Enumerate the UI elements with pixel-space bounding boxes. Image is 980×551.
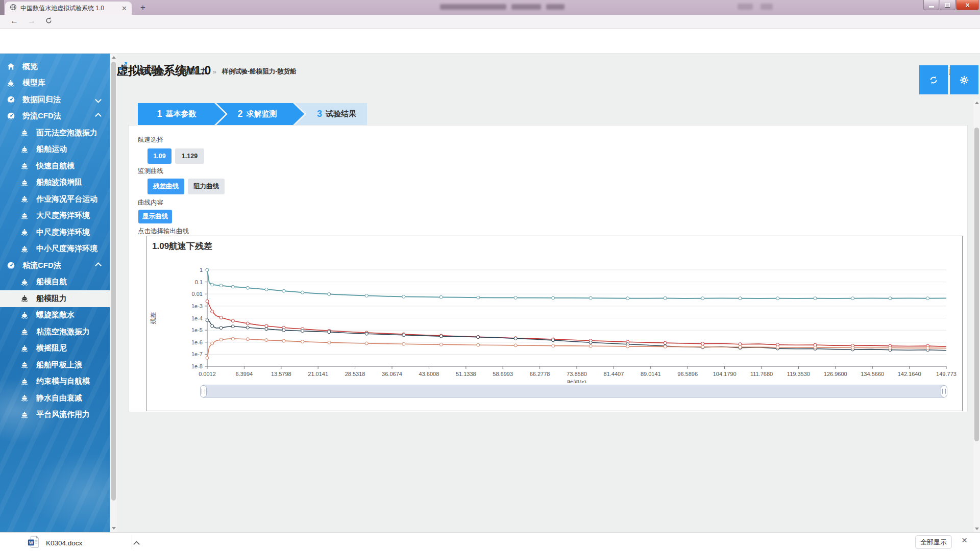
background-window-title <box>546 4 565 10</box>
scroll-up-icon[interactable] <box>112 56 116 59</box>
y-tick-label: 0.1 <box>195 279 203 285</box>
sidebar-item-operating-seastate-platform-motion[interactable]: 作业海况平台运动 <box>0 191 110 208</box>
reload-icon[interactable] <box>45 17 53 27</box>
sidebar-item-label: 势流CFD法 <box>22 111 61 121</box>
sidebar-item-panel-method-cavitation-force[interactable]: 面元法空泡激振力 <box>0 124 110 141</box>
chevron-up-icon[interactable] <box>133 541 140 547</box>
sidebar-item-overview[interactable]: 概览 <box>0 58 110 75</box>
download-bar-close-icon[interactable]: × <box>962 535 967 546</box>
marker-residual-teal <box>514 296 517 299</box>
step-test-results[interactable]: 3 试验结果 <box>295 103 367 125</box>
y-tick-label: 0.01 <box>192 291 203 297</box>
marker-residual-navy <box>514 337 517 340</box>
home-icon <box>7 62 16 71</box>
show-all-downloads-button[interactable]: 全部显示 <box>915 535 952 549</box>
x-tick-label: 36.0674 <box>382 371 402 377</box>
sidebar-item-platform-wind-current-force[interactable]: 平台风流作用力 <box>0 407 110 423</box>
back-icon[interactable]: ← <box>10 16 18 26</box>
marker-residual-orange <box>246 338 249 341</box>
datazoom-right-handle[interactable] <box>941 385 947 397</box>
y-tick-label: 1e-5 <box>191 327 203 333</box>
sidebar-item-propeller-open-water[interactable]: 螺旋桨敞水 <box>0 307 110 324</box>
sidebar-item-potential-cfd[interactable]: 势流CFD法 <box>0 108 110 125</box>
x-tick-label: 126.9600 <box>824 371 847 377</box>
sidebar-item-roll-damping[interactable]: 横摇阻尼 <box>0 340 110 357</box>
sidebar-scrollbar-thumb[interactable] <box>111 62 116 500</box>
sidebar-item-model-self-propulsion[interactable]: 船模自航 <box>0 274 110 291</box>
marker-residual-red <box>219 316 223 319</box>
residual-curve-button[interactable]: 残差曲线 <box>148 179 184 194</box>
marker-residual-orange <box>365 342 368 345</box>
show-curve-button[interactable]: 显示曲线 <box>138 210 172 223</box>
new-tab-button[interactable]: + <box>137 3 149 13</box>
minimize-button[interactable] <box>923 0 939 10</box>
marker-residual-teal <box>211 283 214 286</box>
series-residual-red <box>207 302 946 347</box>
chart-datazoom-slider[interactable] <box>203 385 944 398</box>
sidebar-item-wave-added-resistance[interactable]: 船舶波浪增阻 <box>0 174 110 191</box>
marker-residual-orange <box>328 341 331 344</box>
breadcrumb-item[interactable]: 船模阻力 <box>180 67 207 76</box>
sidebar-item-constrained-and-self-propelled-model[interactable]: 约束模与自航模 <box>0 373 110 390</box>
marker-residual-orange <box>477 343 480 346</box>
sidebar-item-still-water-free-decay[interactable]: 静水自由衰减 <box>0 390 110 407</box>
browser-tab[interactable]: 中国数值水池虚拟试验系统 1.0 ✕ <box>5 2 132 15</box>
sidebar-item-viscous-cavitation-force[interactable]: 粘流空泡激振力 <box>0 323 110 340</box>
marker-residual-teal <box>739 297 742 300</box>
resistance-curve-button[interactable]: 阻力曲线 <box>188 179 225 194</box>
sidebar-item-data-regression[interactable]: 数据回归法 <box>0 91 110 108</box>
speed-option-1.09[interactable]: 1.09 <box>148 148 172 164</box>
settings-button[interactable] <box>950 65 978 94</box>
sidebar-item-ship-motion[interactable]: 船舶运动 <box>0 141 110 158</box>
marker-residual-orange <box>219 338 223 341</box>
close-button[interactable]: × <box>956 0 979 10</box>
page-scrollbar[interactable] <box>973 99 980 532</box>
sidebar-item-model-resistance[interactable]: 船模阻力 <box>0 290 110 307</box>
x-tick-label: 58.6993 <box>493 371 513 377</box>
sidebar-item-fast-self-propulsion[interactable]: 快速自航模 <box>0 158 110 174</box>
marker-residual-red <box>664 341 667 344</box>
sidebar-item-small-meso-scale-ocean-environment[interactable]: 中小尺度海洋环境 <box>0 241 110 258</box>
scroll-up-icon[interactable] <box>975 102 979 104</box>
marker-residual-navy <box>328 331 331 334</box>
marker-residual-teal <box>814 297 817 300</box>
background-window-title <box>440 4 506 10</box>
marker-residual-teal <box>552 296 555 299</box>
tab-close-icon[interactable]: ✕ <box>121 5 127 12</box>
downloaded-file-item[interactable]: W K0304.docx <box>28 536 139 550</box>
y-tick-label: 1e-8 <box>191 363 203 369</box>
sidebar-item-label: 快速自航模 <box>36 161 75 171</box>
refresh-button[interactable] <box>919 65 948 94</box>
step-solver-monitoring[interactable]: 2 求解监测 <box>216 103 304 125</box>
sidebar-item-label: 约束模与自航模 <box>36 377 90 386</box>
marker-residual-orange <box>814 346 817 349</box>
sidebar-item-model-library[interactable]: 模型库 <box>0 75 110 92</box>
restore-button[interactable] <box>940 0 955 10</box>
scroll-down-icon[interactable] <box>112 527 116 530</box>
page-scrollbar-thumb[interactable] <box>974 128 979 441</box>
sidebar-item-viscous-cfd[interactable]: 粘流CFD法 <box>0 257 110 274</box>
x-tick-label: 51.1338 <box>456 371 476 377</box>
marker-residual-teal <box>219 284 223 287</box>
sidebar-item-large-scale-ocean-environment[interactable]: 大尺度海洋环境 <box>0 208 110 224</box>
sidebar: 概览模型库数据回归法势流CFD法面元法空泡激振力船舶运动快速自航模船舶波浪增阻作… <box>0 54 110 532</box>
sidebar-scrollbar[interactable] <box>110 54 117 532</box>
breadcrumb-item[interactable]: 虚拟试验 <box>137 67 164 76</box>
x-tick-label: 134.5660 <box>861 371 884 377</box>
speed-option-1.129[interactable]: 1.129 <box>175 148 204 164</box>
datazoom-left-handle[interactable] <box>200 385 207 397</box>
forward-icon[interactable]: → <box>28 16 36 26</box>
sidebar-item-deck-wetness[interactable]: 船舶甲板上浪 <box>0 357 110 373</box>
x-tick-label: 13.5798 <box>271 371 291 377</box>
sidebar-item-label: 横摇阻尼 <box>36 343 67 353</box>
y-tick-label: 1e-4 <box>191 315 203 321</box>
step-basic-params[interactable]: 1 基本参数 <box>138 103 226 125</box>
scroll-down-icon[interactable] <box>975 528 979 530</box>
x-tick-label: 142.1640 <box>898 371 921 377</box>
sidebar-item-meso-scale-ocean-environment[interactable]: 中尺度海洋环境 <box>0 224 110 241</box>
output-curve-hint: 点击选择输出曲线 <box>138 227 189 236</box>
collapse-panel-icon[interactable] <box>119 62 128 72</box>
marker-residual-navy <box>211 324 214 328</box>
x-tick-label: 89.0141 <box>641 371 661 377</box>
sidebar-item-label: 数据回归法 <box>22 95 61 105</box>
